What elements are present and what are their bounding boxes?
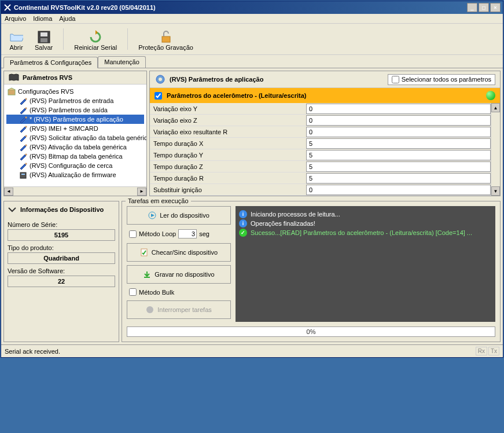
write-device-button[interactable]: Gravar no dispositivo <box>127 265 231 284</box>
read-label: Ler do dispositivo <box>160 212 209 219</box>
tab-manutencao[interactable]: Manutenção <box>98 56 146 68</box>
play-icon <box>148 211 156 219</box>
params-vscroll[interactable]: ▲ ▼ <box>491 103 500 196</box>
app-icon <box>3 3 12 12</box>
param-value-input[interactable] <box>306 104 491 114</box>
loop-seconds-input[interactable] <box>178 229 197 238</box>
menu-idioma[interactable]: Idioma <box>33 15 52 22</box>
toolbar-separator <box>63 28 64 50</box>
tree-item-label: (RVS) Atualização de firmware <box>30 171 116 178</box>
minimize-button[interactable]: _ <box>467 3 477 12</box>
tree-item-label: (RVS) Configuração de cerca <box>30 162 112 169</box>
check-sync-button[interactable]: Checar/Sinc dispositivo <box>127 243 231 262</box>
stop-tasks-button[interactable]: Interromper tarefas <box>127 300 231 319</box>
bulk-checkbox[interactable] <box>129 288 137 296</box>
check-label: Checar/Sinc dispositivo <box>152 249 218 256</box>
scroll-down-button[interactable]: ▼ <box>491 186 500 196</box>
sw-row: Versão de Software: 22 <box>8 267 115 287</box>
bulk-method-row: Método Bulk <box>127 287 231 297</box>
param-group-header[interactable]: Parâmetros do acelerômetro - (Leitura/es… <box>150 88 500 103</box>
tree-root[interactable]: Configurações RVS <box>6 87 144 96</box>
param-label: Tempo duração Y <box>150 151 306 160</box>
titlebar: Continental RVSToolKit v2.0 rev20 (05/04… <box>1 1 503 14</box>
menu-arquivo[interactable]: Arquivo <box>5 15 26 22</box>
scroll-left-button[interactable]: ◄ <box>4 188 13 196</box>
vscroll-track[interactable] <box>491 112 500 186</box>
tree-item[interactable]: * (RVS) Parâmetros de aplicação <box>6 115 144 124</box>
log-line: ✓Sucesso...[READ] Parâmetros do acelerôm… <box>239 228 492 237</box>
tree-item[interactable]: (RVS) Parâmetros de entrada <box>6 96 144 105</box>
group-checkbox[interactable] <box>154 92 162 100</box>
tree-item[interactable]: (RVS) Atualização de firmware <box>6 170 144 179</box>
tree-item[interactable]: (RVS) IMEI + SIMCARD <box>6 124 144 133</box>
param-row: Substituir ignição <box>150 184 491 196</box>
tree-item[interactable]: (RVS) Ativação da tabela genérica <box>6 142 144 152</box>
param-row: Tempo duração Y <box>150 149 491 161</box>
param-value-input[interactable] <box>306 173 491 184</box>
menu-ajuda[interactable]: Ajuda <box>59 15 75 22</box>
param-row: Variação eixo Y <box>150 103 491 115</box>
restart-serial-button[interactable]: Reiniciar Serial <box>71 26 120 52</box>
maximize-button[interactable]: □ <box>479 3 489 12</box>
document-check-icon <box>140 248 148 256</box>
tree-root-label: Configurações RVS <box>18 88 73 95</box>
param-label: Tempo duração R <box>150 174 306 183</box>
tx-indicator: Tx <box>488 347 499 355</box>
tasks-body: Ler do dispositivo Método Loop seg Checa… <box>122 204 500 324</box>
save-button[interactable]: Salvar <box>31 26 56 52</box>
rx-indicator: Rx <box>476 347 487 355</box>
param-value-input[interactable] <box>306 162 491 172</box>
log-output[interactable]: iIniciando processos de leitura...iOpera… <box>236 206 495 322</box>
read-device-button[interactable]: Ler do dispositivo <box>127 206 231 225</box>
download-icon <box>143 270 151 278</box>
param-value-input[interactable] <box>306 127 491 137</box>
tree-item-label: (RVS) Solicitar ativação da tabela genér… <box>30 134 146 141</box>
select-all-checkbox[interactable]: Selecionar todos os parâmetros <box>388 74 495 85</box>
select-all-input[interactable] <box>392 76 399 83</box>
floppy-icon <box>37 30 51 44</box>
tree-item[interactable]: (RVS) Configuração de cerca <box>6 161 144 170</box>
info-icon: i <box>239 210 247 218</box>
param-label: Tempo duração Z <box>150 162 306 171</box>
chip-icon <box>19 171 27 179</box>
tasks-buttons: Ler do dispositivo Método Loop seg Checa… <box>127 206 231 322</box>
devinfo-title: Informações do Dispositivo <box>20 206 104 213</box>
product-value: Quadriband <box>8 252 115 264</box>
loop-checkbox[interactable] <box>129 230 137 238</box>
progress-text: 0% <box>307 328 316 335</box>
config-tree[interactable]: Configurações RVS (RVS) Parâmetros de en… <box>4 85 146 186</box>
toolbar-separator-2 <box>127 28 128 50</box>
tree-item-label: (RVS) Parâmetros de saída <box>30 107 108 113</box>
tree-item[interactable]: (RVS) Bitmap da tabela genérica <box>6 152 144 161</box>
seg-label: seg <box>199 230 209 237</box>
param-value-input[interactable] <box>306 150 491 160</box>
loop-method-row: Método Loop seg <box>127 228 231 240</box>
tree-hscroll[interactable]: ◄ ► <box>4 186 146 196</box>
serial-row: Número de Série: 5195 <box>8 221 115 241</box>
write-label: Gravar no dispositivo <box>154 271 214 278</box>
tasks-panel: Tarefas em execução Ler do dispositivo M… <box>122 201 501 342</box>
pencil-icon <box>19 134 27 142</box>
tree-header: Parâmetros RVS <box>4 71 146 85</box>
param-label: Variação eixo resultante R <box>150 127 306 137</box>
scroll-right-button[interactable]: ► <box>137 188 146 196</box>
open-button[interactable]: Abrir <box>6 26 27 52</box>
tree-item[interactable]: (RVS) Solicitar ativação da tabela genér… <box>6 133 144 142</box>
write-protection-button[interactable]: Proteção Gravação <box>135 26 197 52</box>
right-panel-header: (RVS) Parâmetros de aplicação Selecionar… <box>150 71 500 88</box>
close-button[interactable]: × <box>490 3 501 12</box>
main-window: Continental RVSToolKit v2.0 rev20 (05/04… <box>1 1 503 358</box>
scroll-up-button[interactable]: ▲ <box>491 103 500 112</box>
tree-item-label: (RVS) IMEI + SIMCARD <box>30 125 98 132</box>
svg-rect-1 <box>41 32 47 36</box>
svg-rect-5 <box>20 173 26 178</box>
tree-item[interactable]: (RVS) Parâmetros de saída <box>6 105 144 115</box>
bulk-label: Método Bulk <box>139 289 174 296</box>
param-value-input[interactable] <box>306 185 491 195</box>
param-value-input[interactable] <box>306 138 491 149</box>
pencil-icon <box>19 143 27 151</box>
box-icon <box>8 87 16 96</box>
pencil-icon <box>19 152 27 160</box>
param-value-input[interactable] <box>306 115 491 126</box>
tab-params[interactable]: Parâmetros & Configurações <box>3 57 98 68</box>
